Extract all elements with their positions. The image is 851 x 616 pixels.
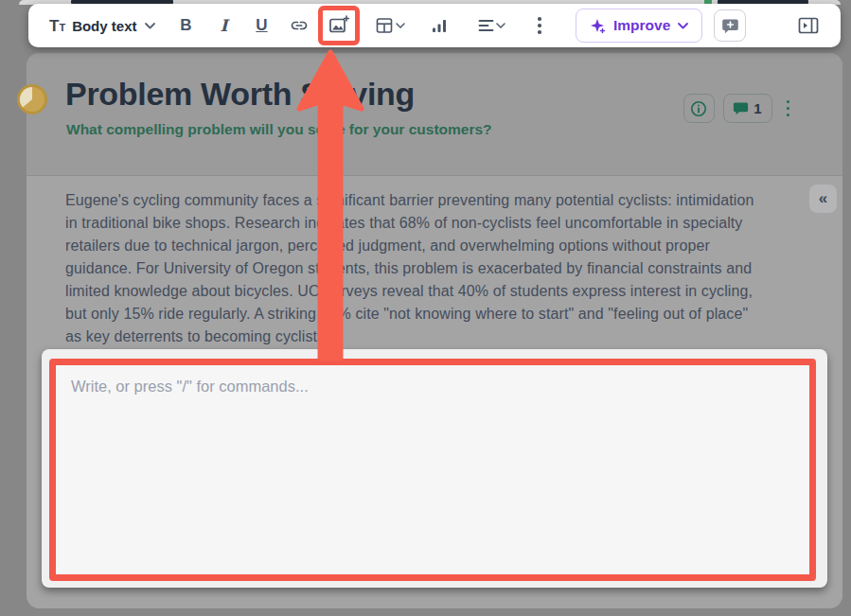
underline-button[interactable]: U (246, 10, 276, 41)
improve-label: Improve (613, 17, 670, 34)
chevron-down-icon (145, 23, 155, 29)
progress-pie-icon (16, 83, 48, 115)
text-style-icon: TT (49, 18, 65, 34)
align-icon (478, 19, 494, 32)
editor-area[interactable]: Write, or press "/" for commands... (42, 349, 827, 588)
align-button[interactable] (471, 10, 511, 41)
improve-button[interactable]: Improve (576, 9, 702, 43)
link-icon (290, 17, 309, 34)
comment-icon (733, 101, 749, 116)
chevron-down-icon (496, 23, 505, 28)
insert-image-button[interactable] (323, 10, 355, 41)
tutorial-highlight-box: Write, or press "/" for commands... (49, 359, 816, 581)
image-plus-icon (328, 15, 349, 36)
comment-count-badge: 1 (753, 100, 761, 116)
tutorial-highlight-ring (318, 6, 360, 45)
text-style-dropdown[interactable]: TT Body text (49, 18, 155, 34)
section-actions: 1 (683, 94, 796, 123)
section-header: Problem Worth Solving What compelling pr… (27, 53, 842, 176)
panel-toggle-icon (798, 16, 819, 35)
formatting-toolbar: TT Body text B I U (28, 4, 841, 47)
section-card: Problem Worth Solving What compelling pr… (27, 53, 842, 608)
section-paragraph[interactable]: Eugene's cycling community faces a signi… (65, 189, 753, 348)
app-background: TT Body text B I U (0, 0, 851, 616)
link-button[interactable] (284, 10, 314, 41)
chevron-down-icon (396, 23, 405, 28)
toolbar-overflow-button[interactable] (532, 13, 547, 38)
table-icon (375, 16, 394, 35)
tutorial-arrow (295, 49, 365, 363)
comments-button[interactable]: 1 (723, 94, 772, 123)
bar-chart-icon (431, 17, 448, 34)
add-comment-button[interactable] (714, 9, 746, 42)
italic-button[interactable]: I (208, 10, 239, 41)
section-prompt: What compelling problem will you solve f… (66, 121, 492, 138)
text-style-label: Body text (72, 18, 136, 34)
table-button[interactable] (369, 10, 411, 41)
info-button[interactable] (683, 94, 715, 123)
section-content: Eugene's cycling community faces a signi… (27, 176, 842, 608)
section-menu-button[interactable] (781, 97, 796, 121)
comment-plus-icon (721, 17, 739, 35)
info-icon (690, 100, 707, 117)
editor-placeholder[interactable]: Write, or press "/" for commands... (56, 365, 809, 408)
sparkles-icon (590, 18, 606, 34)
collapse-panel-button[interactable]: « (809, 185, 837, 213)
chevron-down-icon (678, 23, 688, 29)
bold-button[interactable]: B (170, 10, 201, 41)
panel-toggle-button[interactable] (793, 10, 824, 41)
collapse-icon: « (819, 189, 827, 208)
chart-button[interactable] (424, 10, 454, 41)
